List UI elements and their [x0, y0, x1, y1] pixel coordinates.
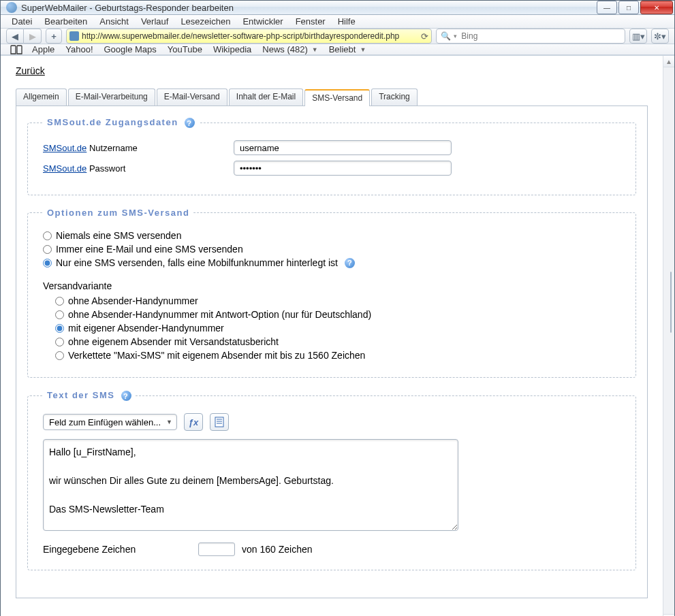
variant-radio-3[interactable]	[55, 338, 64, 346]
tab-email-verarbeitung[interactable]: E-Mail-Verarbeitung	[68, 88, 155, 106]
bookmark-news[interactable]: News (482)▼	[262, 44, 317, 54]
legend-options: Optionen zum SMS-Versand	[43, 208, 193, 218]
radio-only-mobile-label[interactable]: Nur eine SMS versenden, falls eine Mobil…	[56, 257, 338, 268]
menu-bookmarks[interactable]: Lesezeichen	[175, 15, 236, 28]
variant-label-0[interactable]: ohne Absender-Handynummer	[68, 295, 198, 306]
legend-smstext: Text der SMS ?	[43, 390, 136, 401]
radio-never[interactable]	[43, 231, 52, 240]
chevron-down-icon: ▼	[166, 419, 172, 425]
menu-window[interactable]: Fenster	[290, 15, 331, 28]
variant-heading: Versandvariante	[43, 280, 621, 291]
search-bar[interactable]: 🔍 ▾	[436, 29, 625, 44]
page-menu-button[interactable]: ▥▾	[629, 29, 647, 44]
fieldset-smstext: Text der SMS ? Feld zum Einfügen wählen.…	[27, 390, 636, 570]
bookmark-youtube[interactable]: YouTube	[168, 44, 202, 54]
url-text: http://www.superwebmailer.de/newsletter-…	[82, 31, 418, 41]
help-icon[interactable]: ?	[121, 391, 131, 401]
fieldset-options: Optionen zum SMS-Versand Niemals eine SM…	[27, 208, 636, 378]
help-icon[interactable]: ?	[345, 258, 355, 268]
username-input[interactable]	[234, 140, 452, 155]
app-icon	[6, 2, 17, 13]
settings-button[interactable]: ✼▾	[651, 29, 669, 44]
variant-label-3[interactable]: ohne eigenem Absender mit Versandstatusb…	[68, 336, 279, 347]
tab-allgemein[interactable]: Allgemein	[16, 88, 67, 106]
variant-label-1[interactable]: ohne Absender-Handynummer mit Antwort-Op…	[68, 309, 371, 320]
function-button[interactable]: ƒx	[184, 413, 203, 431]
menu-view[interactable]: Ansicht	[94, 15, 134, 28]
smsout-link[interactable]: SMSout.de	[43, 163, 87, 174]
back-link[interactable]: Zurück	[16, 65, 45, 76]
bookmarks-icon[interactable]	[10, 45, 21, 54]
tab-panel: SMSout.de Zugangsdaten ? SMSout.de Nutze…	[16, 106, 648, 598]
radio-never-label[interactable]: Niemals eine SMS versenden	[56, 230, 181, 241]
scroll-up-icon[interactable]: ▲	[663, 56, 674, 67]
menubar: Datei Bearbeiten Ansicht Verlauf Lesezei…	[1, 15, 674, 29]
menu-developer[interactable]: Entwickler	[237, 15, 288, 28]
radio-always[interactable]	[43, 245, 52, 254]
forward-button[interactable]: ▶	[24, 29, 42, 44]
page-content: Zurück Allgemein E-Mail-Verarbeitung E-M…	[1, 56, 663, 616]
bookmark-wikipedia[interactable]: Wikipedia	[213, 44, 251, 54]
legend-credentials: SMSout.de Zugangsdaten ?	[43, 117, 199, 128]
tab-email-versand[interactable]: E-Mail-Versand	[157, 88, 227, 106]
password-input[interactable]	[234, 161, 452, 176]
radio-always-label[interactable]: Immer eine E-Mail und eine SMS versenden	[56, 244, 243, 255]
smsout-link[interactable]: SMSout.de	[43, 143, 87, 153]
menu-edit[interactable]: Bearbeiten	[39, 15, 93, 28]
tab-inhalt-email[interactable]: Inhalt der E-Mail	[229, 88, 303, 106]
reload-icon[interactable]: ⟳	[421, 31, 428, 42]
help-icon[interactable]: ?	[185, 118, 195, 128]
bookmark-yahoo[interactable]: Yahoo!	[65, 44, 93, 54]
variant-radio-0[interactable]	[55, 297, 64, 306]
close-button[interactable]: ✕	[640, 1, 673, 14]
charcount-box	[198, 542, 235, 556]
maximize-button[interactable]: □	[618, 1, 639, 14]
browser-window: SuperWebMailer - Geburtstags-Responder b…	[0, 0, 675, 616]
back-button[interactable]: ◀	[6, 29, 24, 44]
vertical-scrollbar[interactable]: ▲ ▼	[663, 56, 674, 616]
radio-only-mobile[interactable]	[43, 259, 52, 268]
fieldset-credentials: SMSout.de Zugangsdaten ? SMSout.de Nutze…	[27, 117, 636, 195]
nav-toolbar: ◀ ▶ + http://www.superwebmailer.de/newsl…	[1, 29, 674, 44]
charcount-label: Eingegebene Zeichen	[43, 544, 191, 555]
variant-label-2[interactable]: mit eigener Absender-Handynummer	[68, 323, 224, 334]
variant-radio-2[interactable]	[55, 324, 64, 333]
tab-sms-versand[interactable]: SMS-Versand	[304, 89, 370, 106]
new-tab-button[interactable]: +	[46, 29, 62, 44]
tab-strip: Allgemein E-Mail-Verarbeitung E-Mail-Ver…	[16, 88, 648, 106]
variant-radio-1[interactable]	[55, 310, 64, 319]
variant-label-4[interactable]: Verkettete "Maxi-SMS" mit eigenem Absend…	[68, 350, 365, 361]
variant-radio-4[interactable]	[55, 351, 64, 360]
bookmark-googlemaps[interactable]: Google Maps	[104, 44, 157, 54]
window-title: SuperWebMailer - Geburtstags-Responder b…	[21, 3, 595, 13]
sms-textarea[interactable]	[43, 439, 458, 531]
password-label: SMSout.de Passwort	[43, 163, 234, 174]
template-button[interactable]	[210, 413, 229, 431]
search-input[interactable]	[460, 31, 621, 42]
address-bar[interactable]: http://www.superwebmailer.de/newsletter-…	[66, 29, 432, 44]
username-label: SMSout.de Nutzername	[43, 143, 234, 153]
minimize-button[interactable]: —	[597, 1, 617, 14]
tab-tracking[interactable]: Tracking	[371, 88, 418, 106]
bookmark-apple[interactable]: Apple	[32, 44, 54, 54]
bookmark-popular[interactable]: Beliebt▼	[329, 44, 366, 54]
search-icon: 🔍	[441, 31, 451, 41]
svg-rect-0	[215, 417, 223, 427]
insert-field-combo[interactable]: Feld zum Einfügen wählen... ▼	[43, 414, 177, 430]
menu-file[interactable]: Datei	[6, 15, 37, 28]
site-favicon	[69, 31, 79, 41]
bookmarks-bar: Apple Yahoo! Google Maps YouTube Wikiped…	[1, 44, 674, 55]
titlebar: SuperWebMailer - Geburtstags-Responder b…	[1, 1, 674, 15]
menu-history[interactable]: Verlauf	[136, 15, 174, 28]
scroll-thumb[interactable]	[670, 272, 672, 333]
menu-help[interactable]: Hilfe	[332, 15, 361, 28]
charcount-suffix: von 160 Zeichen	[242, 544, 313, 555]
